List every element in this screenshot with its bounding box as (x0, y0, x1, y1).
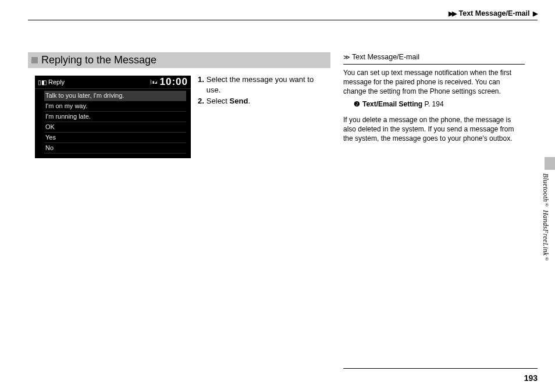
spine-label: Bluetooth® HandsFreeLink® (541, 173, 550, 262)
sidebar-crossref: ❷Text/Email Setting P. 194 (354, 99, 525, 109)
breadcrumb-arrow-icon: ▶▶ (449, 10, 456, 17)
registered-icon: ® (544, 256, 550, 262)
header-breadcrumb: ▶▶ Text Message/E-mail ▶ (28, 7, 538, 20)
bluetooth-signal-icon: ᛒ▮◢ (150, 79, 156, 85)
screenshot-title: Reply (48, 79, 65, 85)
breadcrumb-text: Text Message/E-mail (458, 9, 529, 17)
instruction-step: 2. Select Send. (198, 96, 326, 106)
registered-icon: ® (544, 202, 550, 208)
reply-option[interactable]: Talk to you later, I'm driving. (44, 91, 186, 101)
crossref-page: P. 194 (424, 100, 443, 108)
reply-option[interactable]: Yes (44, 133, 186, 143)
send-label: Send (230, 97, 248, 105)
sidebar-heading: ≫Text Message/E-mail (343, 52, 525, 65)
screenshot-clock: 10:00 (160, 76, 188, 88)
screenshot-status-bar: ▯◧ Reply ᛒ▮◢ 10:00 (35, 76, 191, 89)
thumb-tab (545, 157, 555, 170)
link-icon: ❷ (354, 100, 360, 108)
section-square-icon (31, 57, 38, 63)
ref-arrow-icon: ≫ (343, 54, 350, 60)
reply-option[interactable]: I'm on my way. (44, 101, 186, 112)
phone-icon: ▯◧ (38, 79, 47, 85)
crossref-label: Text/Email Setting (362, 100, 422, 108)
reply-option[interactable]: I'm running late. (44, 112, 186, 122)
reply-option[interactable]: No (44, 143, 186, 154)
step-text: Select the message you want to use. (207, 74, 326, 95)
manual-page: ▶▶ Text Message/E-mail ▶ Replying to the… (0, 0, 555, 392)
sidebar-paragraph: If you delete a message on the phone, th… (343, 115, 525, 144)
breadcrumb-tail-arrow-icon: ▶ (533, 10, 538, 17)
step-number: 1. (198, 74, 204, 95)
step-number: 2. (198, 96, 204, 106)
sidebar-paragraph: You can set up text message notification… (343, 68, 525, 97)
instruction-list: 1. Select the message you want to use. 2… (198, 74, 326, 108)
reply-option[interactable]: OK (44, 122, 186, 133)
device-screenshot: ▯◧ Reply ᛒ▮◢ 10:00 Talk to you later, I'… (35, 76, 191, 158)
section-title: Replying to the Message (41, 54, 156, 66)
sidebar-note: ≫Text Message/E-mail You can set up text… (343, 52, 525, 143)
reply-options-list: Talk to you later, I'm driving. I'm on m… (35, 89, 191, 154)
step-text: Select Send. (207, 96, 250, 106)
page-number: 193 (524, 373, 538, 383)
footer-rule (343, 368, 538, 369)
section-heading: Replying to the Message (28, 52, 330, 68)
instruction-step: 1. Select the message you want to use. (198, 74, 326, 95)
